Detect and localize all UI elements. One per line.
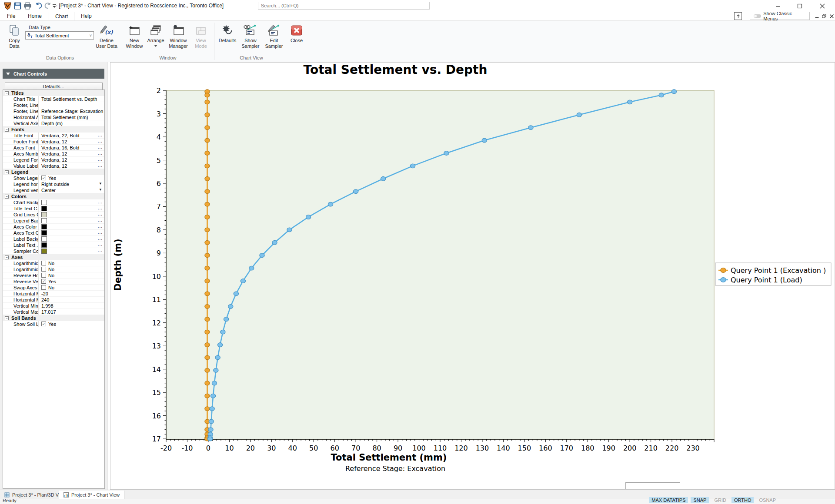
checkbox-icon[interactable] bbox=[41, 267, 46, 272]
property-value[interactable]: Reference Stage: Excavation bbox=[39, 108, 104, 114]
window-manager-button[interactable]: Window Manager bbox=[167, 23, 190, 49]
collapse-box-icon[interactable]: − bbox=[5, 170, 9, 174]
settlement-chart[interactable]: Total Settlement vs. Depth-20-1001020304… bbox=[110, 63, 835, 489]
status-toggle-grid[interactable]: GRID bbox=[711, 497, 729, 503]
property-value[interactable]: Verdana, 22, Bold bbox=[39, 133, 104, 139]
window-close-button[interactable] bbox=[812, 0, 832, 12]
property-row[interactable]: Label Backg...... bbox=[3, 236, 104, 242]
define-user-data-button[interactable]: (x) Define User Data bbox=[95, 23, 118, 49]
property-value[interactable]: 17.017 bbox=[39, 309, 104, 315]
property-value[interactable]: Right outside bbox=[39, 181, 104, 187]
ellipsis-button[interactable]: ... bbox=[98, 224, 103, 229]
property-section-colors[interactable]: −Colors bbox=[3, 193, 104, 199]
property-row[interactable]: Title FontVerdana, 22, Bold... bbox=[3, 133, 104, 139]
collapse-box-icon[interactable]: − bbox=[5, 255, 9, 259]
mdi-close-button[interactable] bbox=[828, 13, 835, 20]
tab-chart[interactable]: Chart bbox=[49, 12, 74, 20]
property-value[interactable]: Total Settlement (mm) bbox=[39, 114, 104, 120]
edit-sampler-button[interactable]: Edit Sampler bbox=[264, 23, 284, 49]
property-row[interactable]: Footer, Line 1 bbox=[3, 102, 104, 108]
ellipsis-button[interactable]: ... bbox=[98, 139, 103, 144]
property-section-legend[interactable]: −Legend bbox=[3, 169, 104, 175]
property-row[interactable]: Axes Color... bbox=[3, 224, 104, 230]
color-swatch[interactable] bbox=[41, 224, 47, 229]
color-swatch[interactable] bbox=[41, 230, 47, 235]
status-toggle-snap[interactable]: SNAP bbox=[691, 497, 709, 503]
ellipsis-button[interactable]: ... bbox=[98, 248, 103, 253]
property-row[interactable]: Vertical Mini...1.998 bbox=[3, 303, 104, 309]
color-swatch[interactable] bbox=[41, 200, 47, 205]
property-value[interactable]: Center bbox=[39, 187, 104, 193]
data-type-select[interactable]: δT Total Settlement ˅ bbox=[25, 31, 94, 40]
property-section-soil-bands[interactable]: −Soil Bands bbox=[3, 315, 104, 321]
property-row[interactable]: Label Text ...... bbox=[3, 242, 104, 248]
property-row[interactable]: Horizontal AxisTotal Settlement (mm) bbox=[3, 114, 104, 120]
property-row[interactable]: Legend Bac...... bbox=[3, 218, 104, 224]
undo-icon[interactable] bbox=[35, 2, 43, 10]
property-row[interactable]: Footer, Line 2Reference Stage: Excavatio… bbox=[3, 108, 104, 114]
property-section-fonts[interactable]: −Fonts bbox=[3, 126, 104, 133]
property-value[interactable]: Verdana, 12 bbox=[39, 157, 104, 163]
color-swatch[interactable] bbox=[41, 218, 47, 223]
ellipsis-button[interactable]: ... bbox=[98, 133, 103, 138]
property-row[interactable]: Chart Backg...... bbox=[3, 199, 104, 206]
view-mode-button[interactable]: View Mode bbox=[191, 23, 210, 49]
property-row[interactable]: Grid Lines C...... bbox=[3, 212, 104, 218]
property-row[interactable]: Legend FontVerdana, 12... bbox=[3, 157, 104, 163]
panel-grip[interactable] bbox=[3, 64, 104, 68]
show-sampler-button[interactable]: Show Sampler bbox=[240, 23, 261, 49]
color-swatch[interactable] bbox=[41, 249, 47, 254]
checkbox-icon[interactable] bbox=[41, 285, 46, 290]
show-classic-menus-toggle[interactable]: Show Classic Menus bbox=[750, 12, 810, 20]
property-row[interactable]: Reverse Ver...✓Yes bbox=[3, 279, 104, 285]
property-value[interactable]: Depth (m) bbox=[39, 120, 104, 126]
property-row[interactable]: Logarithmic ...No bbox=[3, 260, 104, 266]
ellipsis-button[interactable]: ... bbox=[98, 151, 103, 156]
collapse-box-icon[interactable]: − bbox=[5, 316, 9, 320]
property-value[interactable]: Verdana, 16, Bold bbox=[39, 145, 104, 151]
checkbox-icon[interactable] bbox=[41, 261, 46, 265]
ellipsis-button[interactable]: ... bbox=[98, 236, 103, 241]
property-value[interactable]: Verdana, 12 bbox=[39, 151, 104, 157]
property-row[interactable]: Sampler Color... bbox=[3, 248, 104, 254]
color-swatch[interactable] bbox=[41, 206, 47, 211]
ellipsis-button[interactable]: ... bbox=[98, 206, 103, 211]
ellipsis-button[interactable]: ... bbox=[98, 145, 103, 150]
status-toggle-osnap[interactable]: OSNAP bbox=[756, 497, 778, 503]
property-row[interactable]: Footer FontVerdana, 12... bbox=[3, 139, 104, 145]
property-row[interactable]: Legend vert...Center▼ bbox=[3, 187, 104, 193]
window-minimize-button[interactable] bbox=[768, 0, 788, 12]
status-toggle-ortho[interactable]: ORTHO bbox=[731, 497, 754, 503]
save-icon[interactable] bbox=[13, 2, 22, 10]
collapse-box-icon[interactable]: − bbox=[5, 195, 9, 199]
property-row[interactable]: Axes FontVerdana, 16, Bold... bbox=[3, 145, 104, 151]
print-icon[interactable] bbox=[23, 2, 32, 10]
checkbox-icon[interactable] bbox=[41, 273, 46, 278]
arrange-button[interactable]: Arrange bbox=[145, 23, 166, 47]
checkbox-icon[interactable]: ✓ bbox=[41, 279, 46, 284]
property-value[interactable]: -20 bbox=[39, 291, 104, 297]
window-maximize-button[interactable] bbox=[790, 0, 810, 12]
plot-area[interactable] bbox=[166, 90, 714, 439]
tab-help[interactable]: Help bbox=[75, 12, 98, 20]
dropdown-arrow-icon[interactable]: ▼ bbox=[99, 182, 102, 186]
dropdown-arrow-icon[interactable]: ▼ bbox=[99, 188, 102, 192]
tab-chart-view[interactable]: Project 3* - Chart View bbox=[59, 491, 124, 499]
property-row[interactable]: Horizontal M...-20 bbox=[3, 291, 104, 297]
ellipsis-button[interactable]: ... bbox=[98, 242, 103, 247]
property-row[interactable]: Value Labels...Verdana, 12... bbox=[3, 163, 104, 169]
color-swatch[interactable] bbox=[41, 236, 47, 242]
tab-file[interactable]: File bbox=[1, 12, 21, 20]
mdi-restore-button[interactable] bbox=[821, 13, 828, 20]
property-value[interactable]: 240 bbox=[39, 297, 104, 303]
ellipsis-button[interactable]: ... bbox=[98, 157, 103, 162]
property-value[interactable]: Verdana, 12 bbox=[39, 163, 104, 169]
property-value[interactable]: 1.998 bbox=[39, 303, 104, 309]
property-row[interactable]: Logarithmic ...No bbox=[3, 266, 104, 272]
property-value[interactable]: Total Settlement vs. Depth bbox=[39, 96, 104, 102]
property-row[interactable]: Reverse Ho...No bbox=[3, 272, 104, 279]
ellipsis-button[interactable]: ... bbox=[98, 230, 103, 235]
close-chart-button[interactable]: Close bbox=[288, 23, 305, 43]
property-section-titles[interactable]: −Titles bbox=[3, 90, 104, 96]
property-row[interactable]: Swap AxesNo bbox=[3, 285, 104, 291]
